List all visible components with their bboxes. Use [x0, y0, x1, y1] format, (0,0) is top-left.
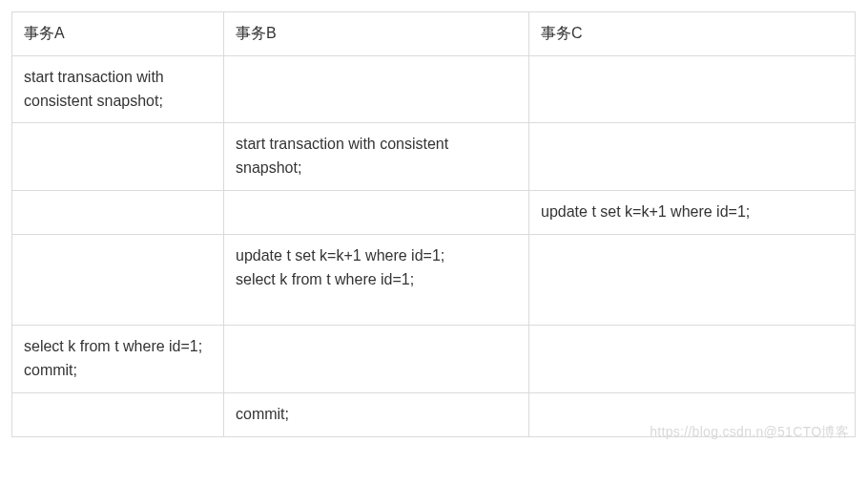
cell-a: select k from t where id=1;commit;: [12, 326, 224, 393]
table-row: start transaction with consistent snapsh…: [12, 123, 856, 191]
cell-c: update t set k=k+1 where id=1;: [529, 190, 856, 234]
table-row: update t set k=k+1 where id=1;select k f…: [12, 234, 856, 325]
cell-a: [12, 234, 224, 325]
cell-b: commit;: [224, 392, 529, 436]
cell-c: [529, 123, 856, 191]
cell-a: start transaction with consistent snapsh…: [12, 55, 224, 123]
cell-b: update t set k=k+1 where id=1;select k f…: [224, 234, 529, 325]
table-row: update t set k=k+1 where id=1;: [12, 190, 856, 234]
cell-c: [529, 392, 856, 436]
table-row: start transaction with consistent snapsh…: [12, 55, 856, 123]
table-row: commit;: [12, 392, 856, 436]
cell-c: [529, 326, 856, 393]
header-a: 事务A: [12, 12, 224, 56]
cell-b: [224, 55, 529, 123]
transaction-table: 事务A 事务B 事务C start transaction with consi…: [11, 11, 856, 437]
cell-a: [12, 123, 224, 191]
table-row: select k from t where id=1;commit;: [12, 326, 856, 393]
cell-a: [12, 392, 224, 436]
table-header-row: 事务A 事务B 事务C: [12, 12, 856, 56]
cell-b: start transaction with consistent snapsh…: [224, 123, 529, 191]
header-b: 事务B: [224, 12, 529, 56]
cell-b: [224, 190, 529, 234]
header-c: 事务C: [529, 12, 856, 56]
cell-c: [529, 55, 856, 123]
cell-c: [529, 234, 856, 325]
cell-a: [12, 190, 224, 234]
cell-b: [224, 326, 529, 393]
